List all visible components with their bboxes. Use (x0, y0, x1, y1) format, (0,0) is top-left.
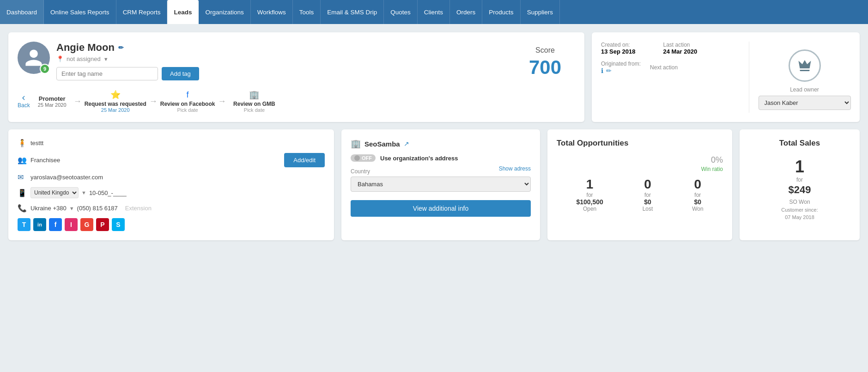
page-content: 9 Angie Moon ✏ 📍 not assigned ▼ (0, 24, 868, 249)
profile-name-row: Angie Moon ✏ (56, 42, 508, 54)
last-action-label: Last action (663, 42, 697, 48)
google-icon[interactable]: G (80, 218, 93, 231)
step1-date: 25 Mar 2020 (101, 107, 130, 113)
lead-owner-label: Lead owner (790, 86, 819, 93)
opp-open-col: 1 for $100,500 Open (576, 177, 603, 212)
opp-won-num: 0 (692, 177, 703, 192)
opp-lost-num: 0 (643, 177, 653, 192)
step2-pick[interactable]: Pick date (177, 107, 198, 113)
gmb-step-icon: 🏢 (249, 90, 259, 100)
step3-box: 🏢 Review on GMB Pick date (229, 90, 279, 113)
back-button[interactable]: Back (18, 94, 30, 109)
nav-quotes[interactable]: Quotes (384, 0, 418, 24)
org-name-text: SeoSamba (364, 140, 400, 148)
created-label: Created on: (601, 42, 635, 48)
opp-won-label: Won (692, 206, 703, 212)
nav-tools[interactable]: Tools (293, 0, 321, 24)
win-ratio-pct: 0% (711, 155, 723, 165)
nav-dashboard[interactable]: Dashboard (0, 0, 44, 24)
originated-section: Originated from: ℹ ✏ (601, 61, 641, 74)
social-row: T in f I G P S (18, 218, 325, 231)
back-label: Back (18, 102, 30, 109)
nav-workflows[interactable]: Workflows (251, 0, 293, 24)
location-icon: 📍 (56, 55, 64, 62)
arrow-icon: → (73, 97, 82, 106)
add-edit-button[interactable]: Add/edit (284, 153, 325, 167)
originated-icons: ℹ ✏ (601, 67, 641, 74)
toggle-row: OFF Use organization's address (351, 154, 531, 162)
phone-row-uk: 📱 United Kingdo ▼ 10-050_-____ (18, 187, 325, 198)
opp-lost-col: 0 for $0 Lost (643, 177, 653, 212)
building-icon: 🏢 (351, 139, 361, 149)
linkedin-icon[interactable]: in (33, 218, 46, 231)
instagram-icon[interactable]: I (65, 218, 78, 231)
step3-label: Review on GMB (233, 101, 275, 107)
opportunities-card: Total Opportunities 0% Win ratio 1 for $… (547, 129, 732, 240)
promoter-date: 25 Mar 2020 (38, 102, 67, 108)
sales-title: Total Sales (749, 139, 850, 148)
score-badge: 9 (40, 64, 50, 74)
nav-suppliers[interactable]: Suppliers (521, 0, 560, 24)
show-address-link[interactable]: Show adress (499, 165, 531, 172)
step3-pick[interactable]: Pick date (244, 107, 265, 113)
opp-lost-amount: $0 (643, 198, 653, 206)
promoter-label: Promoter (39, 95, 66, 102)
nav-online-sales[interactable]: Online Sales Reports (44, 0, 116, 24)
score-box: Score 700 (515, 42, 575, 83)
toggle-switch[interactable] (354, 155, 360, 161)
opp-open-num: 1 (576, 177, 603, 192)
external-link-icon[interactable]: ↗ (404, 140, 409, 147)
tag-input[interactable] (56, 67, 158, 80)
nav-crm-reports[interactable]: CRM Reports (116, 0, 168, 24)
so-won-label: SO Won (749, 199, 850, 205)
edit-orig-icon[interactable]: ✏ (606, 67, 612, 74)
view-info-button[interactable]: View additional info (351, 200, 531, 217)
profile-card: 9 Angie Moon ✏ 📍 not assigned ▼ (8, 32, 584, 122)
facebook-icon[interactable]: f (49, 218, 62, 231)
toggle-label: OFF (362, 155, 372, 161)
pinterest-icon[interactable]: P (96, 218, 109, 231)
win-ratio-label: Win ratio (701, 166, 723, 172)
phone-icon: 📞 (18, 204, 27, 213)
person-contact-icon: 🧍 (18, 139, 27, 147)
nav-email-sms[interactable]: Email & SMS Drip (321, 0, 384, 24)
nav-orders[interactable]: Orders (450, 0, 482, 24)
last-action-section: Last action 24 Mar 2020 (663, 42, 697, 55)
phone-ua-chevron: ▼ (69, 206, 74, 211)
opp-won-amount: $0 (692, 198, 703, 206)
customer-since-label: Customer since: (749, 207, 850, 213)
country-select[interactable]: Bahamas (351, 177, 531, 192)
opp-open-for: for (576, 192, 603, 198)
lead-owner-select[interactable]: Jason Kaber (759, 96, 851, 110)
info-circle-icon[interactable]: ℹ (601, 67, 603, 74)
nav-organizations[interactable]: Organizations (199, 0, 250, 24)
contact-name-row: 🧍 testtt (18, 139, 325, 147)
promoter-box: Promoter 25 Mar 2020 (34, 95, 71, 108)
score-label: Score (529, 46, 561, 55)
nav-products[interactable]: Products (482, 0, 520, 24)
crown-circle (789, 49, 821, 82)
info-right: Lead owner Jason Kaber (749, 42, 850, 113)
timeline: Back Promoter 25 Mar 2020 → ⭐ Request wa… (18, 90, 575, 113)
phone-ua-label: Ukraine +380 (30, 205, 67, 212)
opp-won-for: for (692, 192, 703, 198)
step1-label: Request was requested (85, 101, 146, 107)
twitter-icon[interactable]: T (18, 218, 30, 231)
add-tag-button[interactable]: Add tag (162, 67, 199, 80)
opp-title: Total Opportunities (557, 139, 723, 148)
skype-icon[interactable]: S (112, 218, 125, 231)
org-header: 🏢 SeoSamba ↗ (351, 139, 531, 149)
profile-info: Angie Moon ✏ 📍 not assigned ▼ Add tag (56, 42, 508, 80)
originated-label: Originated from: (601, 61, 641, 67)
contact-group-value: Franchisee (30, 157, 60, 164)
tag-section: Add tag (56, 67, 508, 80)
nav-clients[interactable]: Clients (418, 0, 450, 24)
contact-group-row: 👥 Franchisee Add/edit (18, 153, 325, 167)
phone-country-select[interactable]: United Kingdo (30, 187, 79, 198)
nav-leads[interactable]: Leads (167, 0, 199, 24)
edit-name-icon[interactable]: ✏ (118, 44, 124, 51)
org-card: 🏢 SeoSamba ↗ OFF Use organization's addr… (341, 129, 540, 240)
step2-label: Review on Facebook (160, 101, 215, 107)
assignment-row: 📍 not assigned ▼ (56, 55, 508, 62)
chevron-down-icon[interactable]: ▼ (103, 56, 109, 62)
